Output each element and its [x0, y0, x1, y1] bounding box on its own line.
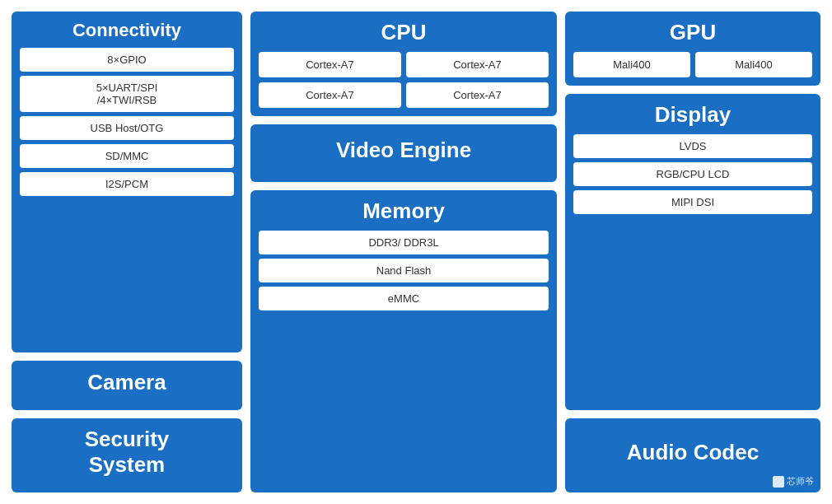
security-title: Security System — [85, 427, 170, 478]
diagram: Connectivity 8×GPIO 5×UART/SPI /4×TWI/RS… — [0, 0, 832, 504]
gpu-title: GPU — [573, 20, 812, 45]
connectivity-title: Connectivity — [20, 20, 234, 41]
display-item-0: LVDS — [573, 134, 812, 158]
security-block: Security System — [12, 418, 242, 492]
gpu-item-1: Mali400 — [695, 52, 812, 77]
memory-item-2: eMMC — [259, 287, 549, 310]
cpu-item-2: Cortex-A7 — [259, 82, 401, 108]
connectivity-item-1: 5×UART/SPI /4×TWI/RSB — [20, 76, 234, 112]
camera-title: Camera — [87, 370, 166, 395]
cpu-item-3: Cortex-A7 — [406, 82, 549, 108]
watermark: 芯师爷 — [773, 475, 814, 488]
display-block: Display LVDS RGB/CPU LCD MIPI DSI — [565, 94, 820, 410]
memory-title: Memory — [259, 198, 549, 224]
cpu-grid: Cortex-A7 Cortex-A7 Cortex-A7 Cortex-A7 — [259, 52, 549, 108]
connectivity-item-2: USB Host/OTG — [20, 116, 234, 140]
display-title: Display — [573, 102, 812, 128]
memory-block: Memory DDR3/ DDR3L Nand Flash eMMC — [250, 190, 557, 492]
right-column: GPU Mali400 Mali400 Display LVDS RGB/CPU… — [565, 12, 820, 492]
connectivity-item-3: SD/MMC — [20, 144, 234, 168]
cpu-title: CPU — [259, 20, 549, 45]
video-engine-title: Video Engine — [336, 138, 471, 163]
audio-codec-title: Audio Codec — [627, 440, 759, 465]
audio-codec-block: Audio Codec 芯师爷 — [565, 418, 820, 492]
display-item-1: RGB/CPU LCD — [573, 162, 812, 186]
gpu-grid: Mali400 Mali400 — [573, 52, 812, 77]
memory-item-0: DDR3/ DDR3L — [259, 231, 549, 254]
left-column: Connectivity 8×GPIO 5×UART/SPI /4×TWI/RS… — [12, 12, 242, 492]
video-engine-block: Video Engine — [250, 124, 557, 182]
cpu-item-1: Cortex-A7 — [406, 52, 549, 77]
cpu-item-0: Cortex-A7 — [259, 52, 401, 77]
gpu-item-0: Mali400 — [573, 52, 690, 77]
memory-item-1: Nand Flash — [259, 259, 549, 282]
cpu-block: CPU Cortex-A7 Cortex-A7 Cortex-A7 Cortex… — [250, 12, 557, 116]
connectivity-item-0: 8×GPIO — [20, 48, 234, 72]
gpu-block: GPU Mali400 Mali400 — [565, 12, 820, 86]
center-column: CPU Cortex-A7 Cortex-A7 Cortex-A7 Cortex… — [250, 12, 557, 492]
wechat-icon — [773, 476, 784, 488]
camera-block: Camera — [12, 361, 242, 410]
display-item-2: MIPI DSI — [573, 190, 812, 214]
connectivity-block: Connectivity 8×GPIO 5×UART/SPI /4×TWI/RS… — [12, 12, 242, 352]
connectivity-item-4: I2S/PCM — [20, 172, 234, 196]
